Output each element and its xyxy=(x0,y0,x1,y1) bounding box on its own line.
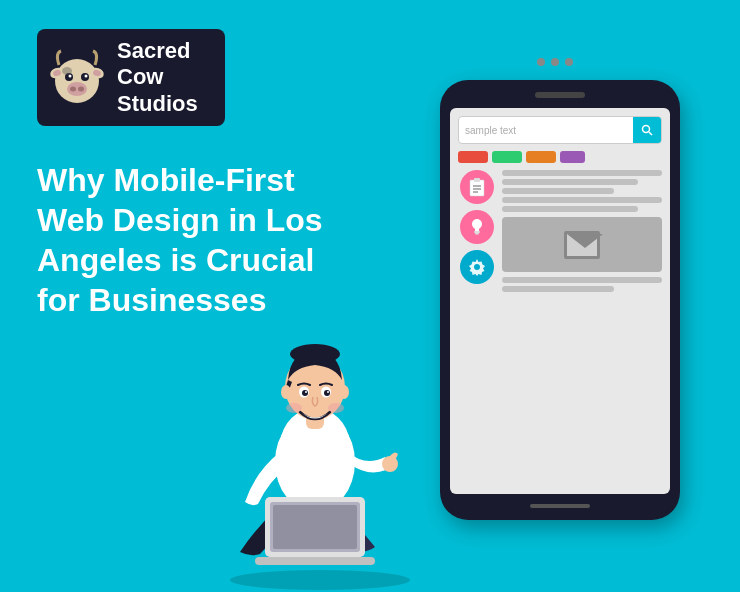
phone-color-pills xyxy=(458,150,662,164)
svg-point-39 xyxy=(327,391,329,393)
svg-point-13 xyxy=(643,126,650,133)
svg-point-0 xyxy=(55,59,99,103)
phone-home-bar xyxy=(530,504,590,508)
svg-point-36 xyxy=(302,390,308,396)
svg-rect-15 xyxy=(470,180,484,196)
text-line-5 xyxy=(502,206,638,212)
phone-search-button xyxy=(633,116,661,144)
phone-speaker xyxy=(535,92,585,98)
icon-lightbulb xyxy=(460,210,494,244)
pill-orange xyxy=(526,151,556,163)
dot-1 xyxy=(537,58,545,66)
svg-point-40 xyxy=(286,403,302,413)
envelope-icon xyxy=(564,231,600,259)
svg-point-37 xyxy=(324,390,330,396)
phone-search-bar: sample text xyxy=(458,116,662,144)
dot-3 xyxy=(565,58,573,66)
svg-point-7 xyxy=(69,74,72,77)
phone-body: sample text xyxy=(440,80,680,520)
pill-purple xyxy=(560,151,585,163)
icon-clipboard xyxy=(460,170,494,204)
svg-rect-20 xyxy=(474,231,480,233)
svg-point-24 xyxy=(230,570,410,590)
svg-point-10 xyxy=(70,86,76,91)
phone-screen: sample text xyxy=(450,108,670,494)
phone-status-dots xyxy=(537,58,573,66)
person-illustration xyxy=(180,212,460,592)
phone-right-content xyxy=(502,170,662,486)
phone-content-area xyxy=(458,170,662,486)
svg-point-43 xyxy=(339,385,349,399)
content-text-lines xyxy=(502,170,662,212)
svg-point-23 xyxy=(474,264,480,270)
text-line-4 xyxy=(502,197,662,203)
pill-green xyxy=(492,151,522,163)
pill-red xyxy=(458,151,488,163)
logo-container: Sacred Cow Studios xyxy=(37,29,225,126)
svg-point-11 xyxy=(78,86,84,91)
text-line-6 xyxy=(502,277,662,283)
logo-text: Sacred Cow Studios xyxy=(117,38,198,117)
text-line-7 xyxy=(502,286,614,292)
svg-point-8 xyxy=(85,74,88,77)
svg-line-14 xyxy=(649,132,652,135)
phone-left-icons xyxy=(458,170,496,486)
svg-point-12 xyxy=(62,67,72,75)
svg-rect-29 xyxy=(273,505,357,549)
dot-2 xyxy=(551,58,559,66)
content-text-lines-2 xyxy=(502,277,662,292)
svg-rect-21 xyxy=(475,233,479,235)
icon-gear xyxy=(460,250,494,284)
svg-point-33 xyxy=(290,344,340,364)
text-line-2 xyxy=(502,179,638,185)
svg-point-38 xyxy=(305,391,307,393)
phone-image-placeholder xyxy=(502,217,662,272)
cow-logo-icon xyxy=(47,43,107,113)
text-line-3 xyxy=(502,188,614,194)
svg-rect-30 xyxy=(255,557,375,565)
text-line-1 xyxy=(502,170,662,176)
svg-rect-16 xyxy=(474,178,480,182)
phone-search-input: sample text xyxy=(459,125,633,136)
svg-point-41 xyxy=(328,403,344,413)
svg-point-42 xyxy=(281,385,291,399)
